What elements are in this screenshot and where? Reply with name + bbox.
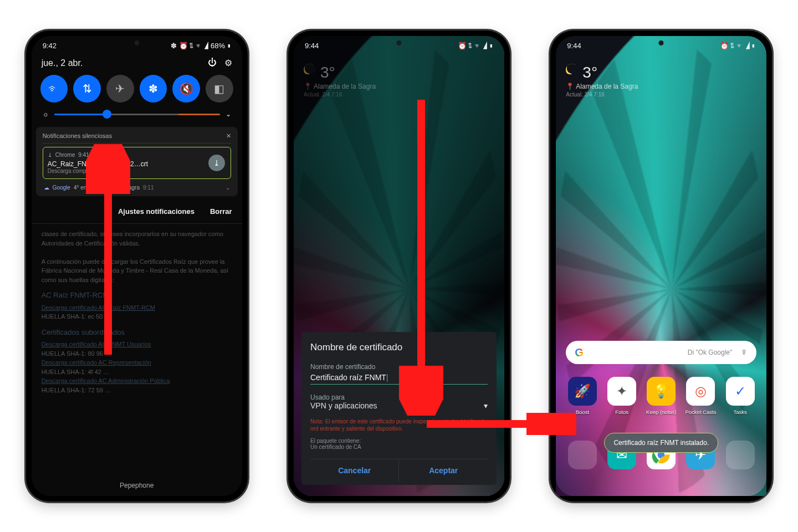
brightness-low-icon: ☼ bbox=[43, 110, 49, 118]
google-search-bar[interactable]: G Di "Ok Google" 🎙 bbox=[566, 341, 756, 364]
status-clock: 9:44 bbox=[567, 42, 581, 50]
search-hint: Di "Ok Google" bbox=[688, 349, 733, 356]
shade-date: jue., 2 abr. bbox=[42, 58, 83, 68]
moon-icon bbox=[304, 64, 316, 76]
status-icons: ✽ ⏰ ⇅ ᯤ ◢ 68% ▮ bbox=[171, 42, 231, 50]
close-icon[interactable]: ✕ bbox=[226, 132, 231, 140]
notif-subtitle: Descarga completa • 1,38 kB bbox=[48, 168, 226, 174]
status-icons: ⏰ ⇅ ᯤ ◢ ▮ bbox=[458, 42, 493, 50]
notif-app: Chrome bbox=[55, 152, 75, 158]
google-weather-notification[interactable]: ☁ Google 4° en Alameda de la Sagra 9:11 … bbox=[43, 179, 231, 191]
status-icons: ⏰ ⇅ ᯤ ◢ ▮ bbox=[720, 42, 755, 50]
phone-3-home-toast: 9:44 ⏰ ⇅ ᯤ ◢ ▮ 3° 📍Alameda de la Sagra A… bbox=[550, 30, 772, 502]
notif-time: 9:41 bbox=[78, 152, 89, 158]
dropdown-caret-icon: ▾ bbox=[484, 401, 488, 410]
status-bar: 9:44 ⏰ ⇅ ᯤ ◢ ▮ bbox=[294, 36, 504, 52]
app-keep-notas-[interactable]: 💡Keep (notas) bbox=[644, 377, 678, 415]
qs-mute[interactable]: 🔇 bbox=[172, 75, 200, 103]
weather-widget[interactable]: 3° 📍Alameda de la Sagra Actual. 2/4 7:16 bbox=[304, 64, 376, 98]
silent-notifications-card: Notificaciones silenciosas ✕ ⤓ Chrome 9:… bbox=[36, 127, 238, 196]
qs-extra[interactable]: ◧ bbox=[206, 75, 233, 103]
download-done-icon: ⤓ bbox=[208, 155, 225, 171]
app-fotos[interactable]: ✦Fotos bbox=[605, 377, 639, 415]
cert-name-label: Nombre de certificado bbox=[310, 363, 488, 371]
google-text: 4° en Alameda de la Sagra bbox=[74, 185, 140, 191]
mic-icon[interactable]: 🎙 bbox=[741, 349, 748, 356]
certificate-installed-toast: Certificado raíz FNMT instalado. bbox=[604, 433, 718, 453]
app-label: Pocket Casts bbox=[685, 409, 716, 415]
folder-1[interactable] bbox=[565, 441, 600, 469]
status-bar: 9:44 ⏰ ⇅ ᯤ ◢ ▮ bbox=[556, 36, 766, 52]
download-icon: ⤓ bbox=[48, 152, 52, 158]
qs-airplane[interactable]: ✈ bbox=[106, 75, 134, 103]
status-clock: 9:42 bbox=[43, 42, 57, 50]
app-label: Boost bbox=[576, 409, 589, 415]
moon-icon bbox=[566, 64, 578, 76]
app-label: Tasks bbox=[734, 409, 747, 415]
power-icon[interactable]: ⏻ bbox=[208, 58, 217, 68]
app-tasks[interactable]: ✓Tasks bbox=[723, 377, 758, 415]
phone-2-cert-dialog: 9:44 ⏰ ⇅ ᯤ ◢ ▮ 3° 📍Alameda de la Sagra A… bbox=[288, 30, 510, 502]
app-icon: ✓ bbox=[726, 377, 755, 406]
folder-2[interactable] bbox=[723, 441, 758, 469]
location-pin-icon: 📍 bbox=[566, 83, 574, 90]
notif-title: AC_Raiz_FNMT-RCM_SHA2…crt bbox=[48, 160, 226, 168]
app-row-1: 🚀Boost✦Fotos💡Keep (notas)◎Pocket Casts✓T… bbox=[556, 377, 766, 415]
dialog-title: Nombre de certificado bbox=[310, 342, 488, 353]
quick-settings-row: ᯤ ⇅ ✈ ✽ 🔇 ◧ bbox=[32, 71, 242, 106]
carrier-label: Pepephone bbox=[32, 482, 242, 489]
app-label: Keep (notas) bbox=[646, 409, 676, 415]
brightness-slider[interactable]: ☼ ⌄ bbox=[32, 106, 242, 124]
notification-settings-button[interactable]: Ajustes notificaciones bbox=[118, 207, 195, 216]
weather-widget[interactable]: 3° 📍Alameda de la Sagra Actual. 2/4 7:16 bbox=[566, 64, 638, 98]
background-webpage: clases de certificado, si desea incorpor… bbox=[32, 224, 242, 462]
phone-1-notification-shade: 9:42 ✽ ⏰ ⇅ ᯤ ◢ 68% ▮ jue., 2 abr. ⏻ ⚙ ᯤ … bbox=[26, 30, 248, 502]
qs-data[interactable]: ⇅ bbox=[73, 75, 101, 103]
google-logo-icon: G bbox=[575, 346, 584, 359]
gear-icon[interactable]: ⚙ bbox=[224, 58, 232, 68]
silent-header: Notificaciones silenciosas bbox=[43, 132, 112, 140]
qs-bluetooth[interactable]: ✽ bbox=[140, 75, 167, 103]
location-pin-icon: 📍 bbox=[304, 83, 312, 90]
download-complete-notification[interactable]: ⤓ Chrome 9:41 AC_Raiz_FNMT-RCM_SHA2…crt … bbox=[43, 147, 231, 179]
accept-button[interactable]: Aceptar bbox=[399, 459, 488, 482]
cloud-icon: ☁ bbox=[44, 185, 49, 191]
app-icon: 🚀 bbox=[568, 377, 597, 406]
status-clock: 9:44 bbox=[305, 42, 319, 50]
use-for-dropdown[interactable]: VPN y aplicaciones ▾ bbox=[310, 401, 488, 410]
google-app: Google bbox=[53, 185, 70, 191]
chevron-down-icon[interactable]: ⌄ bbox=[226, 110, 231, 118]
cert-warning: Nota: El emisor de este certificado pued… bbox=[310, 418, 488, 432]
certificate-name-dialog: Nombre de certificado Nombre de certific… bbox=[301, 332, 497, 485]
clear-notifications-button[interactable]: Borrar bbox=[210, 207, 232, 216]
google-time: 9:11 bbox=[143, 185, 154, 191]
app-icon: ◎ bbox=[686, 377, 715, 406]
app-icon: 💡 bbox=[647, 377, 676, 406]
cancel-button[interactable]: Cancelar bbox=[310, 459, 400, 482]
app-boost[interactable]: 🚀Boost bbox=[565, 377, 600, 415]
cert-name-input[interactable]: Certificado raíz FNMT bbox=[310, 371, 488, 385]
use-for-label: Usado para bbox=[310, 393, 488, 401]
app-label: Fotos bbox=[615, 409, 628, 415]
qs-wifi[interactable]: ᯤ bbox=[40, 75, 68, 103]
app-icon: ✦ bbox=[607, 377, 636, 406]
status-bar: 9:42 ✽ ⏰ ⇅ ᯤ ◢ 68% ▮ bbox=[32, 36, 242, 52]
chevron-down-icon[interactable]: ⌄ bbox=[226, 185, 230, 191]
app-pocket-casts[interactable]: ◎Pocket Casts bbox=[683, 377, 718, 415]
